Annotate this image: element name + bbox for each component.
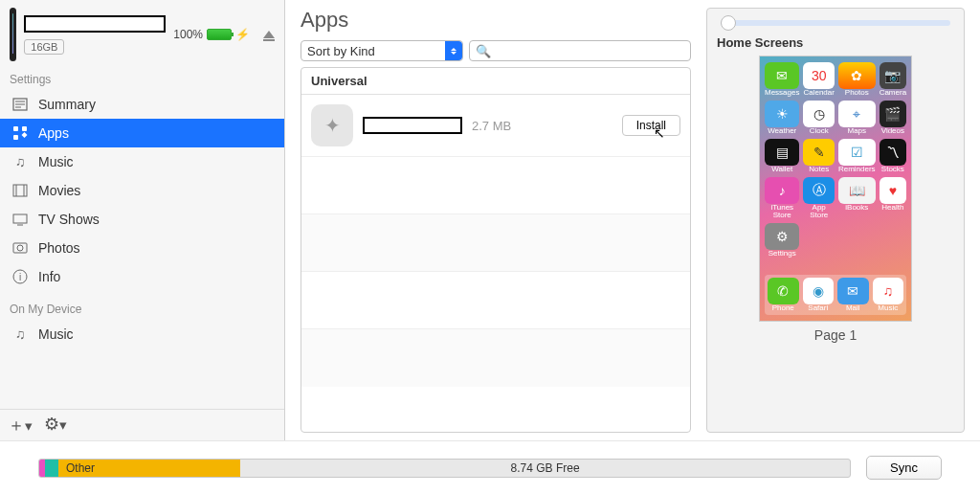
photos-app-icon: ✿ <box>838 62 876 89</box>
device-thumbnail-icon <box>10 8 16 61</box>
reminders-app-icon: ☑ <box>838 139 876 166</box>
home-screens-panel: Home Screens ✉Messages 30Calendar ✿Photo… <box>706 8 965 433</box>
icon-grid: ✉Messages 30Calendar ✿Photos 📷Camera ☀We… <box>765 62 906 258</box>
sidebar-section-onmy: On My Device <box>0 299 284 320</box>
device-capacity-badge: 16GB <box>24 39 64 55</box>
music-icon: ♫ <box>11 326 29 343</box>
app-window: 16GB 100% ⚡ Settings Summary Apps ♫ Musi… <box>0 0 980 440</box>
calendar-app-icon: 30 <box>803 62 834 89</box>
home-screens-title: Home Screens <box>715 35 805 56</box>
svg-rect-6 <box>13 135 18 140</box>
search-input[interactable]: 🔍 <box>469 40 691 61</box>
sidebar-item-label: Apps <box>38 125 69 141</box>
storage-usage-bar: Other 8.74 GB Free <box>38 459 851 478</box>
sidebar-item-label: TV Shows <box>38 212 100 227</box>
app-size: 2.7 MB <box>472 119 511 133</box>
eject-icon[interactable] <box>263 31 275 38</box>
install-button[interactable]: Install ↖ <box>622 115 680 136</box>
slider-thumb[interactable] <box>721 15 736 31</box>
apps-panel: Apps Sort by Kind 🔍 Universal ✦ 2.7 MB I <box>301 8 691 433</box>
itunes-app-icon: ♪ <box>765 177 799 204</box>
cursor-icon: ↖ <box>654 125 665 141</box>
clock-app-icon: ◷ <box>803 101 834 127</box>
music-app-icon: ♫ <box>873 278 904 304</box>
sidebar-item-label: Info <box>38 269 60 284</box>
bottom-bar: Other 8.74 GB Free Sync <box>0 440 980 494</box>
sidebar-footer: ＋▾ ⚙▾ <box>0 409 284 440</box>
sidebar-item-summary[interactable]: Summary <box>0 90 284 119</box>
home-page-label: Page 1 <box>814 322 857 343</box>
apps-controls: Sort by Kind 🔍 <box>301 40 691 61</box>
svg-rect-5 <box>22 126 27 131</box>
stocks-app-icon: 〽 <box>880 139 906 166</box>
app-row[interactable]: ✦ 2.7 MB Install ↖ <box>301 95 690 157</box>
wallet-app-icon: ▤ <box>765 139 799 166</box>
tv-icon <box>11 211 29 228</box>
ibooks-app-icon: 📖 <box>838 177 876 204</box>
sidebar-item-label: Music <box>38 154 74 169</box>
sidebar-item-photos[interactable]: Photos <box>0 234 284 262</box>
videos-app-icon: 🎬 <box>880 101 906 127</box>
svg-text:i: i <box>19 272 21 282</box>
sync-button[interactable]: Sync <box>866 456 942 480</box>
sidebar-section-settings: Settings <box>0 69 284 90</box>
weather-app-icon: ☀ <box>765 101 799 127</box>
gear-icon[interactable]: ⚙▾ <box>44 414 67 437</box>
settings-app-icon: ⚙ <box>765 223 799 250</box>
sidebar-item-label: Summary <box>38 97 96 112</box>
storage-segment <box>45 460 58 477</box>
svg-rect-4 <box>13 126 18 131</box>
empty-row <box>301 329 690 387</box>
battery-icon <box>207 29 232 40</box>
sidebar-item-info[interactable]: i Info <box>0 262 284 291</box>
info-icon: i <box>11 268 29 285</box>
mail-app-icon: ✉ <box>837 278 869 304</box>
camera-app-icon: 📷 <box>880 62 906 89</box>
safari-app-icon: ◉ <box>803 278 835 304</box>
dock: ✆Phone ◉Safari ✉Mail ♫Music <box>765 275 906 315</box>
summary-icon <box>11 96 29 113</box>
empty-row <box>301 214 690 272</box>
health-app-icon: ♥ <box>880 177 906 204</box>
device-name-redacted <box>24 15 166 33</box>
sidebar-item-apps[interactable]: Apps <box>0 119 284 147</box>
app-placeholder-icon: ✦ <box>311 104 353 146</box>
apps-icon <box>11 124 29 142</box>
photos-icon <box>11 239 29 257</box>
zoom-slider[interactable] <box>721 20 949 26</box>
chevron-updown-icon <box>445 41 462 60</box>
sidebar-item-tvshows[interactable]: TV Shows <box>0 205 284 234</box>
battery-percent: 100% <box>173 28 203 41</box>
svg-rect-7 <box>13 185 27 196</box>
sidebar: 16GB 100% ⚡ Settings Summary Apps ♫ Musi… <box>0 0 285 440</box>
sidebar-item-label: Photos <box>38 240 80 256</box>
storage-segment-other: Other <box>58 460 240 477</box>
main-content: Apps Sort by Kind 🔍 Universal ✦ 2.7 MB I <box>285 0 980 440</box>
phone-app-icon: ✆ <box>768 278 799 304</box>
search-icon: 🔍 <box>476 44 491 58</box>
sidebar-item-onmy-music[interactable]: ♫ Music <box>0 320 284 348</box>
sidebar-item-label: Music <box>38 326 74 342</box>
empty-row <box>301 157 690 214</box>
battery-status: 100% ⚡ <box>173 28 250 41</box>
charging-icon: ⚡ <box>235 28 250 41</box>
messages-app-icon: ✉ <box>765 62 799 89</box>
maps-app-icon: ⌖ <box>838 101 876 127</box>
appstore-app-icon: Ⓐ <box>803 177 834 204</box>
apps-list: Universal ✦ 2.7 MB Install ↖ <box>301 67 691 433</box>
sidebar-item-label: Movies <box>38 183 80 198</box>
sort-select-label: Sort by Kind <box>307 44 375 58</box>
empty-row <box>301 272 690 329</box>
page-title: Apps <box>301 8 691 33</box>
sidebar-item-movies[interactable]: Movies <box>0 176 284 205</box>
storage-free: 8.74 GB Free <box>240 460 850 477</box>
add-icon[interactable]: ＋▾ <box>8 414 33 437</box>
app-name-redacted <box>363 117 462 134</box>
movies-icon <box>11 182 29 199</box>
music-icon: ♫ <box>11 153 29 170</box>
svg-point-13 <box>17 245 23 251</box>
sort-select[interactable]: Sort by Kind <box>301 40 463 61</box>
sidebar-item-music[interactable]: ♫ Music <box>0 147 284 176</box>
apps-list-header: Universal <box>301 68 690 95</box>
home-screen-preview[interactable]: ✉Messages 30Calendar ✿Photos 📷Camera ☀We… <box>759 56 912 322</box>
